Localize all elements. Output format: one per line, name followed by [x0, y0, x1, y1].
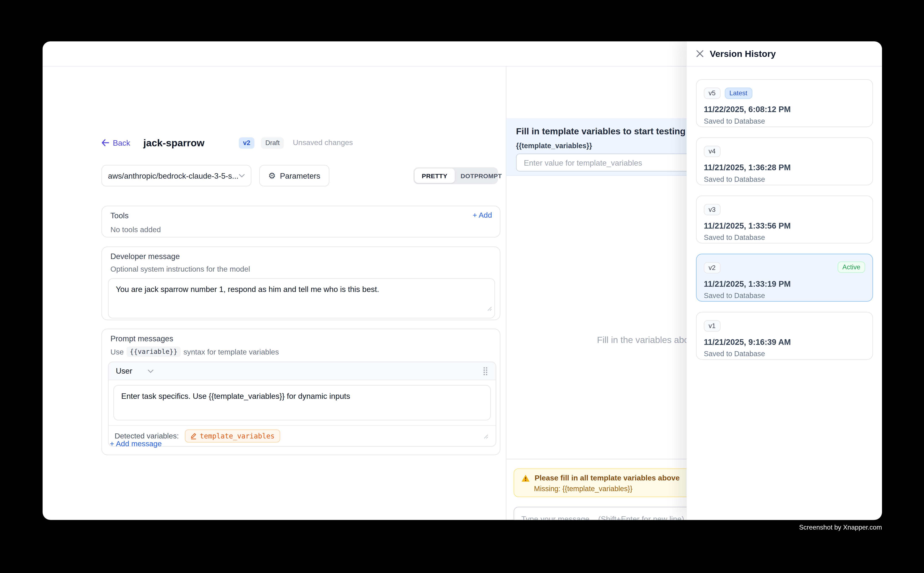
version-card-v5[interactable]: v5Latest11/22/2025, 6:08:12 PMSaved to D…: [696, 79, 873, 127]
chevron-down-icon: [239, 174, 245, 178]
version-history-panel: Version History v5Latest11/22/2025, 6:08…: [687, 41, 882, 520]
version-timestamp: 11/21/2025, 1:36:28 PM: [704, 163, 865, 172]
add-tool-button[interactable]: + Add: [472, 211, 492, 219]
draft-badge: Draft: [261, 137, 284, 149]
syntax-hint-prefix: Use: [110, 348, 124, 356]
role-select[interactable]: User: [116, 366, 132, 376]
tools-card: Tools + Add No tools added: [102, 206, 500, 237]
developer-message-title: Developer message: [110, 252, 494, 261]
screenshot-stage: Back jack-sparrow v2 Draft Unsaved chang…: [0, 0, 924, 573]
tools-empty-text: No tools added: [110, 225, 491, 234]
version-badge: v2: [239, 137, 254, 149]
format-toggle: PRETTY DOTPROMPT: [414, 167, 498, 184]
prompt-messages-title: Prompt messages: [110, 334, 494, 343]
developer-message-card: Developer message Optional system instru…: [102, 246, 500, 320]
resize-handle-icon[interactable]: [487, 307, 492, 311]
page-header: Back jack-sparrow: [102, 130, 204, 155]
version-note: Saved to Database: [704, 233, 865, 241]
version-list: v5Latest11/22/2025, 6:08:12 PMSaved to D…: [687, 67, 882, 373]
detected-variable-name: template_variables: [200, 432, 275, 440]
latest-badge: Latest: [725, 88, 752, 99]
active-badge: Active: [838, 261, 865, 273]
syntax-hint-suffix: syntax for template variables: [184, 348, 279, 356]
close-icon: [696, 50, 704, 58]
toggle-dotprompt[interactable]: DOTPROMPT: [455, 169, 508, 183]
version-card-v4[interactable]: v411/21/2025, 1:36:28 PMSaved to Databas…: [696, 137, 873, 185]
chevron-down-icon: [148, 369, 154, 373]
version-number-badge: v5: [704, 88, 720, 99]
version-timestamp: 11/21/2025, 1:33:19 PM: [704, 279, 865, 288]
version-timestamp: 11/21/2025, 9:16:39 AM: [704, 338, 865, 347]
add-tool-label: Add: [478, 211, 492, 219]
prompt-messages-card: Prompt messages Use {{variable}} syntax …: [102, 329, 500, 455]
detected-variables-row: Detected variables: template_variables: [108, 425, 496, 446]
drag-handle-icon[interactable]: [482, 366, 488, 376]
toggle-pretty[interactable]: PRETTY: [414, 169, 455, 183]
prompt-syntax-hint: Use {{variable}} syntax for template var…: [110, 346, 494, 357]
version-note: Saved to Database: [704, 350, 865, 358]
tools-title: Tools: [110, 211, 491, 220]
detected-variables-label: Detected variables:: [115, 432, 179, 440]
version-number-badge: v3: [704, 204, 720, 215]
add-message-button[interactable]: + Add message: [110, 440, 162, 448]
version-number-badge: v4: [704, 146, 720, 157]
version-card-v3[interactable]: v311/21/2025, 1:33:56 PMSaved to Databas…: [696, 196, 873, 243]
parameters-button[interactable]: ⚙ Parameters: [259, 165, 329, 186]
version-timestamp: 11/21/2025, 1:33:56 PM: [704, 221, 865, 230]
developer-message-subtitle: Optional system instructions for the mod…: [110, 265, 494, 274]
version-history-header: Version History: [687, 41, 882, 67]
back-label: Back: [113, 138, 130, 147]
parameters-label: Parameters: [280, 171, 320, 180]
version-note: Saved to Database: [704, 175, 865, 183]
version-history-title: Version History: [710, 49, 776, 59]
model-select-value: aws/anthropic/bedrock-claude-3-5-s...: [108, 171, 239, 180]
version-number-badge: v2: [704, 262, 720, 274]
detected-variable-chip[interactable]: template_variables: [185, 429, 280, 443]
edit-pencil-icon: [190, 432, 197, 440]
version-number-badge: v1: [704, 320, 720, 332]
unsaved-changes-label: Unsaved changes: [293, 139, 353, 147]
warning-triangle-icon: [521, 474, 530, 482]
back-button[interactable]: Back: [102, 138, 130, 147]
resize-handle-icon[interactable]: [484, 434, 488, 439]
version-card-v1[interactable]: v111/21/2025, 9:16:39 AMSaved to Databas…: [696, 312, 873, 360]
warning-title: Please fill in all template variables ab…: [535, 474, 680, 482]
variable-syntax-chip: {{variable}}: [127, 346, 180, 357]
back-arrow-icon: [102, 139, 109, 146]
message-content-input[interactable]: Enter task specifics. Use {{template_var…: [113, 385, 491, 420]
header-badges: v2 Draft Unsaved changes: [239, 130, 353, 155]
version-card-v2[interactable]: v2Active11/21/2025, 1:33:19 PMSaved to D…: [696, 254, 873, 302]
model-select[interactable]: aws/anthropic/bedrock-claude-3-5-s...: [102, 165, 251, 186]
app-window: Back jack-sparrow v2 Draft Unsaved chang…: [42, 41, 882, 520]
message-block: User Enter task specifics. Us: [108, 362, 496, 447]
gear-icon: ⚙: [268, 171, 276, 180]
watermark-text: Screenshot by Xnapper.com: [799, 523, 882, 531]
developer-message-input[interactable]: You are jack sparrow number 1, respond a…: [108, 278, 495, 318]
page-title: jack-sparrow: [143, 137, 204, 149]
version-note: Saved to Database: [704, 291, 865, 300]
message-body: Enter task specifics. Use {{template_var…: [108, 380, 496, 425]
version-timestamp: 11/22/2025, 6:08:12 PM: [704, 105, 865, 114]
version-note: Saved to Database: [704, 117, 865, 125]
message-role-row: User: [108, 362, 496, 380]
close-panel-button[interactable]: [696, 50, 704, 58]
add-message-label: Add message: [116, 440, 162, 448]
